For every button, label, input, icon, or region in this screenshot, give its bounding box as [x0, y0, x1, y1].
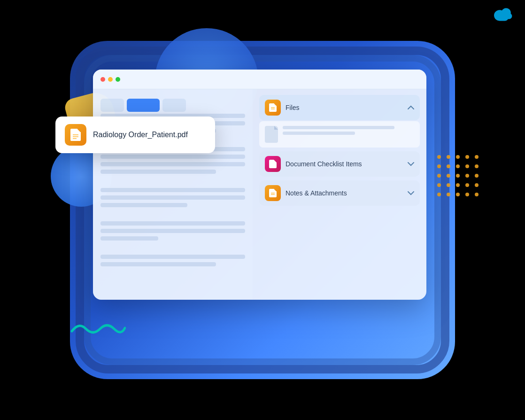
dot — [475, 164, 479, 168]
maximize-button[interactable] — [116, 77, 120, 82]
file-line — [283, 126, 394, 129]
checklist-section-icon — [265, 156, 281, 172]
checklist-section-label: Document Checklist Items — [286, 160, 362, 168]
doc-line — [100, 162, 245, 166]
dots-grid — [437, 155, 480, 198]
notes-chevron-down-icon — [408, 189, 414, 197]
file-preview-item — [259, 121, 420, 148]
close-button[interactable] — [100, 77, 105, 82]
dot — [447, 164, 450, 168]
dot — [437, 174, 441, 178]
dot — [465, 193, 469, 196]
floating-card-document-icon — [65, 124, 86, 146]
doc-line — [100, 188, 245, 192]
dot — [437, 193, 441, 196]
dot — [456, 155, 460, 159]
main-window: Files — [93, 70, 426, 300]
dot — [475, 174, 479, 178]
dot — [447, 155, 450, 159]
gap — [100, 177, 245, 185]
doc-line — [100, 203, 187, 207]
files-section-label: Files — [286, 104, 300, 111]
doc-line — [100, 170, 216, 174]
floating-document-card: Radiology Order_Patient.pdf — [55, 117, 215, 153]
dot — [437, 164, 441, 168]
tab-inactive-1[interactable] — [100, 99, 124, 112]
title-bar — [93, 70, 426, 89]
files-section: Files — [259, 95, 420, 148]
salesforce-cloud-icon — [490, 7, 513, 23]
notes-section-left: Notes & Attachments — [265, 185, 347, 201]
doc-line — [100, 262, 216, 266]
file-placeholder-icon — [265, 126, 278, 143]
tab-active[interactable] — [127, 99, 160, 112]
dot — [475, 193, 479, 196]
doc-line — [100, 236, 158, 241]
floating-card-filename: Radiology Order_Patient.pdf — [93, 131, 188, 139]
minimize-button[interactable] — [108, 77, 113, 82]
doc-line — [100, 229, 245, 233]
notes-section-label: Notes & Attachments — [286, 189, 347, 197]
sections-panel: Files — [253, 89, 426, 300]
notes-section-icon — [265, 185, 281, 201]
checklist-section-header[interactable]: Document Checklist Items — [259, 151, 420, 177]
dot — [465, 164, 469, 168]
file-line — [283, 132, 355, 135]
files-section-header[interactable]: Files — [259, 95, 420, 120]
doc-line — [100, 155, 245, 159]
dot — [437, 183, 441, 187]
tab-bar — [100, 99, 245, 112]
dot — [447, 183, 450, 187]
tab-inactive-2[interactable] — [162, 99, 186, 112]
file-info-lines — [283, 126, 414, 135]
dot — [456, 164, 460, 168]
doc-line — [100, 221, 245, 226]
files-section-icon — [265, 100, 281, 116]
files-chevron-up-icon — [408, 104, 414, 111]
files-section-left: Files — [265, 100, 300, 116]
checklist-section-left: Document Checklist Items — [265, 156, 362, 172]
dot — [456, 193, 460, 196]
dot — [465, 155, 469, 159]
dot — [447, 174, 450, 178]
dot — [475, 183, 479, 187]
gap — [100, 210, 245, 218]
doc-line — [100, 255, 245, 259]
dot — [456, 174, 460, 178]
checklist-chevron-down-icon — [408, 160, 414, 168]
window-controls — [100, 77, 120, 82]
dot — [465, 183, 469, 187]
notes-section-header[interactable]: Notes & Attachments — [259, 180, 420, 206]
dot — [447, 193, 450, 196]
squiggle-decoration — [69, 319, 126, 340]
doc-line — [100, 195, 245, 200]
dot — [437, 155, 441, 159]
dot — [456, 183, 460, 187]
dot — [475, 155, 479, 159]
gap — [100, 244, 245, 251]
dot — [465, 174, 469, 178]
